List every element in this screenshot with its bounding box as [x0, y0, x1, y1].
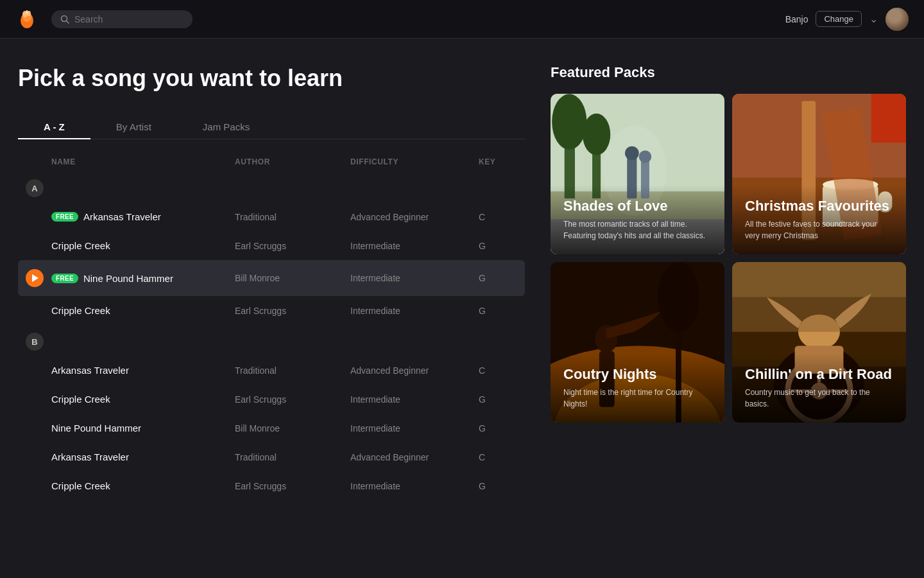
- pack-description: The most romantic tracks of all time. Fe…: [563, 218, 712, 241]
- song-author: Bill Monroe: [235, 273, 350, 283]
- song-author: Earl Scruggs: [235, 306, 350, 316]
- pack-description: Night time is the right time for Country…: [563, 387, 712, 410]
- pack-overlay: Christmas Favourites All the festive fav…: [732, 185, 906, 254]
- table-row[interactable]: Cripple Creek Earl Scruggs Intermediate …: [18, 231, 525, 260]
- header: Banjo Change ⌄: [0, 0, 924, 39]
- song-author: Earl Scruggs: [235, 394, 350, 405]
- avatar[interactable]: [886, 8, 909, 31]
- svg-point-31: [658, 262, 699, 331]
- pack-overlay: Chillin' on a Dirt Road Country music to…: [732, 353, 906, 423]
- song-difficulty: Intermediate: [350, 423, 479, 434]
- song-key: C: [479, 365, 517, 376]
- song-difficulty: Intermediate: [350, 481, 479, 491]
- svg-point-10: [552, 94, 586, 150]
- song-key: C: [479, 212, 517, 222]
- song-difficulty: Advanced Beginner: [350, 452, 479, 462]
- pack-description: Country music to get you back to the bas…: [745, 387, 893, 410]
- right-panel: Featured Packs: [551, 64, 906, 500]
- song-key: G: [479, 241, 517, 251]
- svg-line-6: [67, 21, 69, 23]
- col-author-header: AUTHOR: [235, 157, 350, 166]
- header-left: [15, 8, 193, 31]
- svg-rect-24: [871, 94, 906, 143]
- packs-grid: Shades of Love The most romantic tracks …: [551, 94, 906, 423]
- table-row[interactable]: Arkansas Traveler Traditional Advanced B…: [18, 356, 525, 385]
- free-badge: Free: [51, 212, 78, 222]
- song-difficulty: Intermediate: [350, 241, 479, 251]
- song-author: Bill Monroe: [235, 423, 350, 434]
- section-b: B: [26, 333, 44, 351]
- tab-jam-packs[interactable]: Jam Packs: [177, 115, 275, 139]
- song-author: Traditional: [235, 365, 350, 376]
- chevron-down-icon[interactable]: ⌄: [869, 13, 878, 25]
- pack-card-christmas[interactable]: Christmas Favourites All the festive fav…: [732, 94, 906, 254]
- song-name: Cripple Creek: [51, 394, 235, 405]
- change-button[interactable]: Change: [816, 11, 862, 27]
- song-name: Free Arkansas Traveler: [51, 211, 235, 222]
- svg-point-4: [26, 10, 28, 14]
- pack-overlay: Coutry Nights Night time is the right ti…: [551, 353, 724, 423]
- pack-title: Shades of Love: [563, 198, 712, 215]
- pack-card-country-nights[interactable]: Coutry Nights Night time is the right ti…: [551, 262, 724, 423]
- song-author: Earl Scruggs: [235, 241, 350, 251]
- col-key-header: KEY: [479, 157, 517, 166]
- song-key: G: [479, 273, 517, 283]
- song-difficulty: Advanced Beginner: [350, 212, 479, 222]
- table-row[interactable]: Free Arkansas Traveler Traditional Advan…: [18, 202, 525, 231]
- song-author: Traditional: [235, 452, 350, 462]
- svg-point-12: [583, 114, 610, 155]
- section-a: A: [26, 179, 44, 197]
- song-name: Nine Pound Hammer: [51, 423, 235, 434]
- song-author: Earl Scruggs: [235, 481, 350, 491]
- song-difficulty: Advanced Beginner: [350, 365, 479, 376]
- play-icon: [32, 274, 38, 282]
- table-row[interactable]: Cripple Creek Earl Scruggs Intermediate …: [18, 296, 525, 325]
- song-key: G: [479, 423, 517, 434]
- instrument-label: Banjo: [785, 14, 809, 24]
- avatar-image: [886, 8, 909, 31]
- pack-card-shades-of-love[interactable]: Shades of Love The most romantic tracks …: [551, 94, 724, 254]
- song-difficulty: Intermediate: [350, 394, 479, 405]
- song-name: Cripple Creek: [51, 480, 235, 491]
- song-key: G: [479, 481, 517, 491]
- app-logo[interactable]: [15, 8, 38, 31]
- pack-overlay: Shades of Love The most romantic tracks …: [551, 185, 724, 254]
- song-name: Cripple Creek: [51, 240, 235, 251]
- free-badge: Free: [51, 274, 78, 283]
- search-bar[interactable]: [51, 10, 193, 28]
- svg-rect-43: [732, 262, 906, 297]
- song-name: Cripple Creek: [51, 305, 235, 316]
- pack-card-chillin-dirt-road[interactable]: Chillin' on a Dirt Road Country music to…: [732, 262, 906, 423]
- song-difficulty: Intermediate: [350, 273, 479, 283]
- main-content: Pick a song you want to learn A - Z By A…: [0, 39, 924, 526]
- table-row[interactable]: Cripple Creek Earl Scruggs Intermediate …: [18, 385, 525, 414]
- song-key: G: [479, 394, 517, 405]
- tabs-nav: A - Z By Artist Jam Packs: [18, 115, 525, 139]
- song-name: Arkansas Traveler: [51, 365, 235, 376]
- table-row[interactable]: Arkansas Traveler Traditional Advanced B…: [18, 442, 525, 471]
- left-panel: Pick a song you want to learn A - Z By A…: [18, 64, 525, 500]
- pack-title: Christmas Favourites: [745, 198, 893, 215]
- col-name-header: NAME: [51, 157, 235, 166]
- table-header: NAME AUTHOR DIFFICULTY KEY: [18, 152, 525, 171]
- search-icon: [60, 15, 69, 24]
- svg-point-14: [625, 146, 639, 161]
- tab-by-artist[interactable]: By Artist: [90, 115, 177, 139]
- svg-point-16: [639, 150, 652, 163]
- page-title: Pick a song you want to learn: [18, 64, 525, 92]
- song-author: Traditional: [235, 212, 350, 222]
- pack-description: All the festive faves to soundtrack your…: [745, 218, 893, 241]
- tab-a-z[interactable]: A - Z: [18, 115, 90, 139]
- header-right: Banjo Change ⌄: [785, 8, 909, 31]
- col-index: [26, 157, 51, 166]
- play-button[interactable]: [26, 269, 44, 287]
- song-name: Free Nine Pound Hammer: [51, 273, 235, 284]
- pack-title: Coutry Nights: [563, 366, 712, 383]
- table-row[interactable]: Free Nine Pound Hammer Bill Monroe Inter…: [18, 260, 525, 296]
- song-name: Arkansas Traveler: [51, 451, 235, 462]
- table-row[interactable]: Cripple Creek Earl Scruggs Intermediate …: [18, 471, 525, 500]
- search-input[interactable]: [74, 14, 184, 24]
- pack-title: Chillin' on a Dirt Road: [745, 366, 893, 383]
- table-row[interactable]: Nine Pound Hammer Bill Monroe Intermedia…: [18, 414, 525, 442]
- song-key: G: [479, 306, 517, 316]
